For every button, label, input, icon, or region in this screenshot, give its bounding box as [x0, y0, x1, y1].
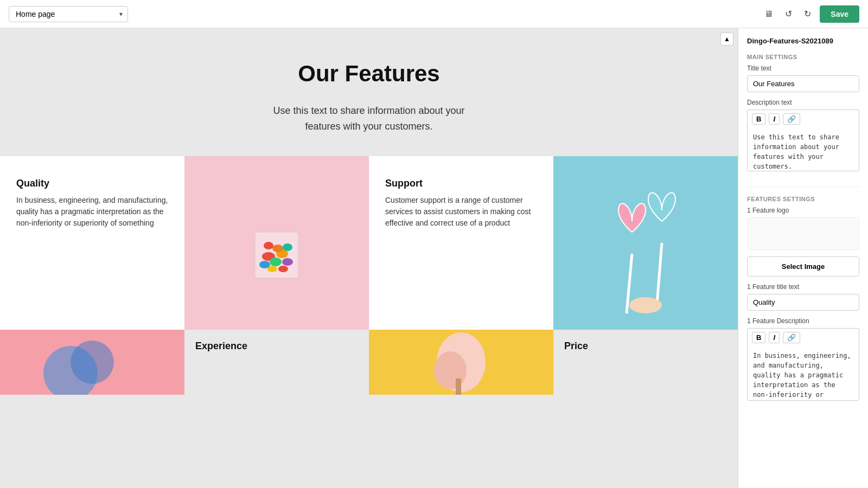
- features-grid-row1: Quality In business, engineering, and ma…: [0, 156, 738, 330]
- svg-point-5: [282, 258, 293, 266]
- topbar-right: 🖥 ↺ ↻ Save: [761, 5, 859, 23]
- redo-icon: ↻: [804, 9, 811, 19]
- select-image-button[interactable]: Select Image: [747, 256, 859, 277]
- feature-cell-candy: [184, 156, 369, 330]
- features-section: Our Features Use this text to share info…: [0, 28, 738, 134]
- feature-body-support: Customer support is a range of customer …: [385, 195, 537, 229]
- collapse-button[interactable]: ▲: [720, 33, 733, 46]
- svg-point-6: [272, 245, 283, 252]
- lollipop-image: [591, 167, 700, 319]
- redo-button[interactable]: ↻: [801, 5, 814, 22]
- desc-rich-toolbar: B I 🔗: [747, 110, 859, 128]
- feature-desc-italic-button[interactable]: I: [769, 332, 780, 343]
- feature-cell-icecream: [369, 330, 553, 395]
- monitor-button[interactable]: 🖥: [761, 6, 776, 22]
- sidebar-title-text-input[interactable]: [747, 75, 859, 92]
- sidebar: Dingo-Features-S2021089 MAIN SETTINGS Ti…: [738, 28, 868, 488]
- svg-point-15: [71, 341, 114, 384]
- sidebar-feature-title-label: 1 Feature title text: [747, 283, 859, 291]
- page-select[interactable]: Home page: [9, 6, 128, 22]
- svg-point-9: [267, 266, 277, 272]
- icecream-image: [369, 330, 553, 395]
- feature-name-price: Price: [564, 341, 727, 352]
- feature-cell-quality: Quality In business, engineering, and ma…: [0, 156, 184, 330]
- feature-name-quality: Quality: [16, 178, 168, 189]
- canvas-area: ▲ Our Features Use this text to share in…: [0, 28, 738, 488]
- feature-cell-price-text: Price: [553, 330, 738, 395]
- undo-icon: ↺: [785, 9, 792, 19]
- feature-cell-experience-img: [0, 330, 184, 395]
- desc-link-button[interactable]: 🔗: [783, 113, 800, 125]
- sidebar-feature-logo-label: 1 Feature logo: [747, 207, 859, 214]
- experience-image: [0, 330, 184, 395]
- desc-italic-button[interactable]: I: [769, 113, 780, 125]
- svg-point-7: [264, 242, 273, 249]
- feature-logo-placeholder: [747, 217, 859, 250]
- features-description: Use this text to share information about…: [11, 103, 727, 134]
- feature-name-support: Support: [385, 178, 537, 189]
- feature-desc-rich-toolbar: B I 🔗: [747, 328, 859, 346]
- sidebar-features-settings-label: FEATURES SETTINGS: [747, 196, 859, 202]
- svg-rect-18: [456, 378, 461, 395]
- sidebar-main-settings-label: MAIN SETTINGS: [747, 54, 859, 60]
- sidebar-feature-title-input[interactable]: [747, 294, 859, 311]
- sidebar-feature-desc-textarea[interactable]: In business, engineering, and manufactur…: [747, 346, 859, 401]
- feature-body-quality: In business, engineering, and manufactur…: [16, 195, 168, 229]
- svg-point-8: [283, 243, 292, 251]
- main-layout: ▲ Our Features Use this text to share in…: [0, 28, 868, 488]
- candy-image: [239, 200, 315, 286]
- feature-cell-experience-text: Experience: [184, 330, 369, 395]
- svg-point-17: [434, 351, 467, 389]
- desc-bold-button[interactable]: B: [752, 113, 765, 125]
- feature-name-experience: Experience: [195, 341, 358, 352]
- svg-point-10: [278, 266, 288, 272]
- sidebar-divider-1: [747, 187, 859, 187]
- undo-button[interactable]: ↺: [782, 5, 795, 22]
- sidebar-feature-desc-label: 1 Feature Description: [747, 317, 859, 325]
- save-button[interactable]: Save: [820, 5, 859, 23]
- feature-cell-hearts: [553, 156, 738, 330]
- features-grid-row2: Experience Price: [0, 330, 738, 395]
- sidebar-desc-textarea[interactable]: Use this text to share information about…: [747, 128, 859, 171]
- svg-point-3: [270, 258, 282, 266]
- sidebar-block-title: Dingo-Features-S2021089: [747, 37, 859, 45]
- features-title: Our Features: [11, 61, 727, 87]
- sidebar-desc-text-label: Description text: [747, 99, 859, 106]
- topbar: Home page 🖥 ↺ ↻ Save: [0, 0, 868, 28]
- feature-desc-link-button[interactable]: 🔗: [783, 332, 800, 343]
- feature-cell-support: Support Customer support is a range of c…: [369, 156, 553, 330]
- monitor-icon: 🖥: [764, 9, 773, 19]
- feature-desc-bold-button[interactable]: B: [752, 332, 765, 343]
- chevron-up-icon: ▲: [724, 35, 730, 43]
- svg-point-13: [629, 297, 662, 313]
- topbar-left: Home page: [9, 6, 128, 22]
- sidebar-title-text-label: Title text: [747, 65, 859, 72]
- page-select-wrapper[interactable]: Home page: [9, 6, 128, 22]
